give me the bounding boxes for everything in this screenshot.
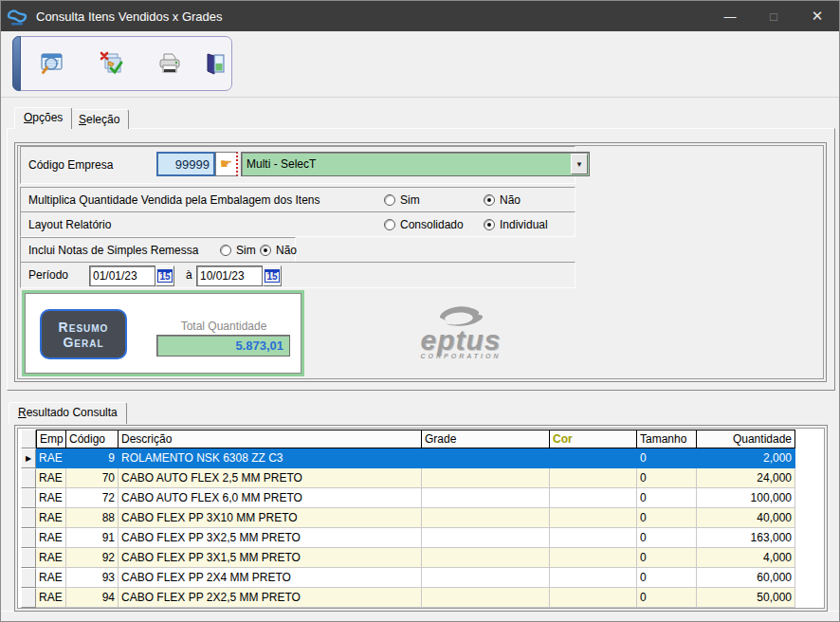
radio-layout-consolidado[interactable]: Consolidado: [384, 212, 464, 236]
empresa-combobox[interactable]: Multi - SelecT ▼: [241, 152, 590, 176]
column-header-tamanho[interactable]: Tamanho: [637, 430, 697, 448]
grid-row[interactable]: RAE91CABO FLEX PP 3X2,5 MM PRETO0163,000: [21, 528, 795, 548]
grid-cell[interactable]: 91: [66, 528, 119, 548]
grid-cell[interactable]: [550, 488, 637, 508]
codigo-empresa-input[interactable]: [156, 152, 215, 176]
grid-cell[interactable]: 94: [66, 588, 119, 608]
tab-opcoes[interactable]: Opções: [14, 107, 72, 129]
grid-row[interactable]: RAE94CABO FLEX PP 2X2,5 MM PRETO050,000: [21, 588, 795, 608]
grid-cell[interactable]: 163,000: [697, 528, 795, 548]
grid-cell[interactable]: 100,000: [697, 488, 795, 508]
data-final-input[interactable]: [196, 265, 263, 286]
radio-layout-individual[interactable]: Individual: [484, 212, 548, 236]
grid-row[interactable]: RAE93CABO FLEX PP 2X4 MM PRETO060,000: [21, 568, 795, 588]
grid-cell[interactable]: [550, 588, 637, 608]
grid-row[interactable]: ▶RAE9ROLAMENTO NSK 6308 ZZ C302,000: [21, 448, 795, 468]
grid-cell[interactable]: CABO FLEX PP 3X2,5 MM PRETO: [119, 528, 422, 548]
column-header-cor[interactable]: Cor: [550, 430, 637, 448]
grid-cell[interactable]: 0: [637, 588, 697, 608]
grid-cell[interactable]: [422, 548, 550, 568]
grid-cell[interactable]: 0: [637, 448, 697, 468]
calendar-icon[interactable]: 15: [263, 265, 282, 286]
grid-cell[interactable]: RAE: [36, 528, 66, 548]
column-header-grade[interactable]: Grade: [422, 430, 550, 448]
grid-cell[interactable]: 0: [637, 488, 697, 508]
grid-cell[interactable]: [550, 468, 637, 488]
grid-cell[interactable]: [550, 548, 637, 568]
row-gutter[interactable]: [21, 548, 36, 568]
column-header-quantidade[interactable]: Quantidade: [697, 430, 795, 448]
column-header-código[interactable]: Código: [66, 430, 119, 448]
grid-cell[interactable]: [422, 528, 550, 548]
grid-cell[interactable]: 72: [66, 488, 119, 508]
tab-selecao[interactable]: Seleção: [69, 109, 129, 129]
grid-cell[interactable]: 9: [66, 448, 119, 468]
grid-cell[interactable]: [422, 488, 550, 508]
radio-multiplica-nao[interactable]: Não: [484, 188, 520, 211]
column-header-emp[interactable]: Emp: [36, 430, 66, 448]
grid-cell[interactable]: CABO FLEX PP 3X1,5 MM PRETO: [119, 548, 422, 568]
grid-cell[interactable]: 92: [66, 548, 119, 568]
maximize-button[interactable]: □: [752, 1, 795, 31]
grid-cell[interactable]: [422, 468, 550, 488]
radio-multiplica-sim[interactable]: Sim: [384, 188, 420, 211]
grid-cell[interactable]: [422, 588, 550, 608]
grid-cell[interactable]: CABO FLEX PP 2X2,5 MM PRETO: [119, 588, 422, 608]
row-gutter[interactable]: [21, 468, 36, 488]
grid-row[interactable]: RAE70CABO AUTO FLEX 2,5 MM PRETO024,000: [21, 468, 795, 488]
grid-cell[interactable]: 0: [637, 568, 697, 588]
grid-row[interactable]: RAE92CABO FLEX PP 3X1,5 MM PRETO04,000: [21, 548, 795, 568]
grid-cell[interactable]: RAE: [36, 488, 66, 508]
grid-cell[interactable]: [550, 508, 637, 528]
grid-cell[interactable]: CABO FLEX PP 3X10 MM PRETO: [119, 508, 422, 528]
grid-cell[interactable]: RAE: [36, 508, 66, 528]
exit-button[interactable]: [201, 49, 229, 78]
grid-row[interactable]: RAE72CABO AUTO FLEX 6,0 MM PRETO0100,000: [21, 488, 795, 508]
calendar-icon[interactable]: 15: [155, 265, 174, 286]
row-gutter[interactable]: [21, 568, 36, 588]
grid-cell[interactable]: 0: [637, 508, 697, 528]
minimize-button[interactable]: —: [708, 1, 752, 31]
grid-cell[interactable]: RAE: [36, 568, 66, 588]
grid-cell[interactable]: [422, 508, 550, 528]
grid-cell[interactable]: 2,000: [697, 448, 795, 468]
row-indicator-icon[interactable]: ▶: [21, 448, 36, 468]
grid-cell[interactable]: 70: [66, 468, 119, 488]
grid-cell[interactable]: [422, 448, 550, 468]
clear-results-button[interactable]: [97, 49, 125, 78]
empresa-lookup-button[interactable]: ☛: [215, 152, 238, 176]
grid-cell[interactable]: CABO AUTO FLEX 2,5 MM PRETO: [119, 468, 422, 488]
grid-cell[interactable]: RAE: [36, 448, 66, 468]
grid-cell[interactable]: 88: [66, 508, 119, 528]
grid-cell[interactable]: [550, 568, 637, 588]
tab-resultado-consulta[interactable]: Resultado Consulta: [9, 402, 127, 424]
row-gutter[interactable]: [21, 508, 36, 528]
grid-cell[interactable]: RAE: [36, 588, 66, 608]
grid-cell[interactable]: 0: [637, 528, 697, 548]
row-gutter[interactable]: [21, 528, 36, 548]
column-header-descrição[interactable]: Descrição: [119, 430, 422, 448]
grid-cell[interactable]: 60,000: [697, 568, 795, 588]
close-button[interactable]: ✕: [795, 1, 839, 31]
chevron-down-icon[interactable]: ▼: [571, 154, 588, 174]
grid-cell[interactable]: [422, 568, 550, 588]
grid-cell[interactable]: 4,000: [697, 548, 795, 568]
grid-cell[interactable]: [550, 448, 637, 468]
query-search-button[interactable]: [38, 49, 66, 78]
grid-cell[interactable]: 40,000: [697, 508, 795, 528]
grid-cell[interactable]: 24,000: [697, 468, 795, 488]
grid-cell[interactable]: 0: [637, 468, 697, 488]
grid-cell[interactable]: 93: [66, 568, 119, 588]
grid-row[interactable]: RAE88CABO FLEX PP 3X10 MM PRETO040,000: [21, 508, 795, 528]
radio-inclui-sim[interactable]: Sim: [220, 238, 256, 262]
resumo-geral-button[interactable]: Resumo Geral: [40, 309, 127, 359]
radio-inclui-nao[interactable]: Não: [260, 238, 297, 262]
grid-cell[interactable]: [550, 528, 637, 548]
grid-cell[interactable]: ROLAMENTO NSK 6308 ZZ C3: [119, 448, 422, 468]
grid-cell[interactable]: CABO AUTO FLEX 6,0 MM PRETO: [119, 488, 422, 508]
grid-cell[interactable]: CABO FLEX PP 2X4 MM PRETO: [119, 568, 422, 588]
data-inicial-input[interactable]: [89, 265, 155, 286]
row-gutter[interactable]: [21, 588, 36, 608]
grid-cell[interactable]: RAE: [36, 548, 66, 568]
row-gutter[interactable]: [21, 488, 36, 508]
